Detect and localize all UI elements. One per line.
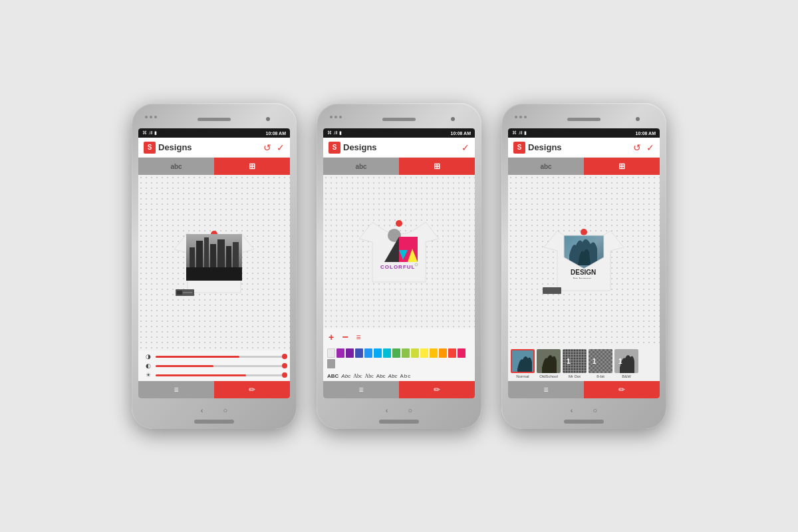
tab-image-2[interactable]: ⊞ (399, 158, 475, 175)
slider-thumb-1[interactable] (282, 354, 287, 359)
remove-icon[interactable]: − (342, 331, 348, 343)
tshirt-design-3: DESIGN for human (556, 232, 612, 279)
preset-thumb-normal[interactable] (511, 349, 535, 373)
color-swatch[interactable] (458, 348, 466, 358)
filter-btn-1[interactable]: ≡ (138, 381, 214, 398)
color-swatch[interactable] (402, 348, 410, 358)
tab-image-3[interactable]: ⊞ (584, 158, 660, 175)
status-time-1: 10:08 AM (266, 131, 286, 136)
slider-track-2[interactable] (156, 365, 285, 367)
status-bar-2: ⌘ .ill ▮ 10:08 AM (323, 128, 475, 138)
app-logo-3: S (513, 142, 525, 154)
filter-btn-2[interactable]: ≡ (323, 381, 399, 398)
preset-normal[interactable]: Normal (511, 349, 535, 378)
preset-8bit[interactable]: 1 8-bit (589, 349, 612, 378)
phone-top-3 (508, 112, 660, 126)
slider-track-3[interactable] (156, 374, 285, 376)
undo-icon[interactable]: ↺ (263, 142, 271, 153)
color-swatch[interactable] (336, 348, 344, 358)
color-swatch[interactable] (327, 348, 335, 358)
tab-text-3[interactable]: abc (508, 158, 584, 175)
color-swatch[interactable] (374, 348, 382, 358)
font-opt-6[interactable]: Abc (388, 373, 398, 379)
edit-btn-3[interactable]: ✏ (584, 381, 660, 398)
home-btn-1[interactable]: ○ (223, 406, 228, 414)
list-icon[interactable]: ≡ (356, 332, 361, 342)
screen-1: ⌘ .ill ▮ 10:08 AM S Designs ↺ ✓ abc ⊞ (138, 128, 290, 398)
filter-icon-3: ≡ (543, 385, 548, 394)
filter-btn-3[interactable]: ≡ (508, 381, 584, 398)
status-bar-1: ⌘ .ill ▮ 10:08 AM (138, 128, 290, 138)
edit-btn-1[interactable]: ✏ (214, 381, 290, 398)
tab-text-1[interactable]: abc (138, 158, 214, 175)
tab-image-1[interactable]: ⊞ (214, 158, 290, 175)
preset-bw[interactable]: 1 B&W (614, 349, 638, 378)
color-swatch[interactable] (364, 348, 372, 358)
color-swatch[interactable] (420, 348, 428, 358)
preset-label-8bit: 8-bit (597, 374, 604, 378)
add-icon[interactable]: + (329, 332, 334, 342)
screen-3: ⌘ .ill ▮ 10:08 AM S Designs ↺ ✓ abc ⊞ (508, 128, 660, 398)
app-title-2: Designs (343, 142, 462, 152)
canvas-area-3[interactable]: DESIGN for human (508, 175, 660, 346)
font-opt-2[interactable]: Abc (341, 373, 350, 379)
tab-text-2[interactable]: abc (323, 158, 399, 175)
color-swatch[interactable] (411, 348, 419, 358)
preset-thumb-mrdot[interactable]: 1 (563, 349, 587, 373)
color-swatch[interactable] (327, 359, 335, 368)
canvas-area-1[interactable] (138, 175, 290, 350)
slider-track-1[interactable] (156, 356, 285, 358)
speaker-top-3 (567, 118, 600, 121)
back-btn-3[interactable]: ‹ (571, 406, 573, 414)
font-opt-7[interactable]: Abc (400, 373, 411, 379)
tshirt-3: DESIGN for human (537, 217, 630, 304)
image-tab-icon-3: ⊞ (618, 162, 625, 171)
color-palette (323, 346, 475, 371)
home-btn-2[interactable]: ○ (408, 406, 413, 414)
preset-thumb-8bit[interactable]: 1 (589, 349, 612, 373)
speaker-top-1 (198, 118, 231, 121)
phone-top-1 (138, 112, 290, 126)
app-bar-icons-2: ✓ (462, 142, 469, 153)
edit-btn-2[interactable]: ✏ (399, 381, 475, 398)
svg-text:1: 1 (618, 358, 622, 365)
preset-oldschool[interactable]: OldSchool (537, 349, 561, 378)
color-swatch[interactable] (383, 348, 391, 358)
back-btn-2[interactable]: ‹ (386, 406, 388, 414)
slider-thumb-2[interactable] (282, 363, 287, 368)
font-opt-3[interactable]: Abc (353, 373, 362, 379)
color-swatch[interactable] (355, 348, 363, 358)
preset-thumb-bw[interactable]: 1 (614, 349, 638, 373)
check-icon[interactable]: ✓ (277, 142, 285, 153)
phone-bottom-2: ‹ ○ (323, 401, 475, 420)
color-swatch[interactable] (448, 348, 456, 358)
svg-text:1: 1 (567, 358, 571, 365)
canvas-area-2[interactable]: COLORFUL (323, 175, 475, 329)
dot (330, 116, 332, 118)
slider-thumb-3[interactable] (282, 372, 287, 378)
home-btn-3[interactable]: ○ (593, 406, 598, 414)
preset-thumb-oldschool[interactable] (537, 349, 561, 373)
tshirt-1 (168, 219, 261, 306)
dot (145, 116, 148, 118)
font-opt-5[interactable]: Abc (376, 373, 386, 379)
undo-icon-3[interactable]: ↺ (633, 142, 641, 153)
dot (150, 116, 152, 118)
tshirt-2: COLORFUL (352, 209, 446, 295)
pencil-icon-3: ✏ (618, 385, 625, 394)
svg-text:1: 1 (593, 358, 597, 365)
preset-mrdot[interactable]: 1 Mr Dot (563, 349, 587, 378)
check-icon-3[interactable]: ✓ (646, 142, 654, 153)
check-icon-2[interactable]: ✓ (462, 142, 469, 153)
color-swatch[interactable] (430, 348, 438, 358)
back-btn-1[interactable]: ‹ (201, 406, 203, 414)
font-opt-1[interactable]: ABC (327, 373, 338, 379)
color-swatch[interactable] (392, 348, 400, 358)
phone-1: ⌘ .ill ▮ 10:08 AM S Designs ↺ ✓ abc ⊞ (132, 103, 297, 429)
dot (515, 116, 517, 118)
font-opt-4[interactable]: Abc (364, 373, 373, 379)
color-swatch[interactable] (439, 348, 447, 358)
pencil-icon: ✏ (249, 385, 255, 394)
slider-fill-1 (156, 356, 239, 358)
color-swatch[interactable] (346, 348, 354, 358)
